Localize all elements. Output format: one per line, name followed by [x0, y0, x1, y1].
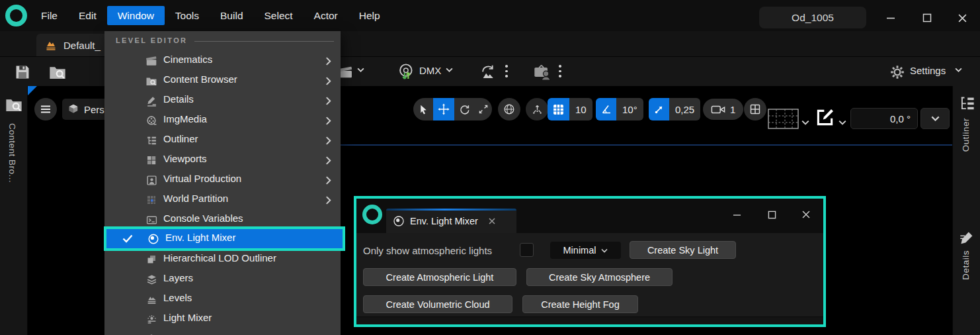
- content-browser-button[interactable]: [46, 62, 69, 82]
- menu-edit[interactable]: Edit: [68, 6, 107, 25]
- outliner-tree-icon: [145, 134, 158, 147]
- menu-item-layers[interactable]: Layers: [104, 269, 341, 289]
- content-browser-drawer-tab[interactable]: [5, 96, 23, 116]
- close-button[interactable]: [952, 9, 972, 26]
- edit-mode-button[interactable]: [815, 107, 835, 131]
- viewport-layout-button[interactable]: [744, 98, 766, 120]
- scale-snap-toggle[interactable]: [649, 98, 669, 120]
- menu-item-light-mixer[interactable]: Light Mixer: [104, 309, 341, 329]
- menu-actor[interactable]: Actor: [304, 6, 348, 25]
- dmx-button[interactable]: DMX: [419, 65, 441, 76]
- rotate-tool-button[interactable]: [454, 98, 475, 120]
- diagonal-arrow-icon: [653, 104, 665, 115]
- menu-item-imgmedia[interactable]: ImgMedia: [104, 111, 341, 130]
- outliner-icon: [958, 95, 975, 113]
- scale-icon: [478, 104, 489, 115]
- mixer-title-bar[interactable]: Env. Light Mixer: [356, 199, 823, 233]
- menu-item-hierarchical-lod-outliner[interactable]: Hierarchical LOD Outliner: [104, 250, 341, 269]
- viewport-options-button[interactable]: [34, 98, 57, 120]
- maximize-button[interactable]: [917, 9, 937, 26]
- mixer-minimize-button[interactable]: [727, 206, 747, 223]
- app-logo-icon: [5, 5, 27, 26]
- mixer-tab[interactable]: Env. Light Mixer: [386, 209, 516, 233]
- world-coordinate-button[interactable]: [498, 98, 520, 120]
- create-sky-light-button[interactable]: Create Sky Light: [630, 241, 736, 259]
- create-height-fog-button[interactable]: Create Height Fog: [522, 295, 638, 313]
- maximize-icon: [922, 13, 932, 23]
- stage-grid-chevron[interactable]: [801, 116, 809, 128]
- menu-item-virtual-production[interactable]: Virtual Production: [104, 170, 341, 190]
- mixer-tab-title: Env. Light Mixer: [410, 216, 478, 226]
- menu-item-partial[interactable]: [104, 329, 341, 335]
- save-button[interactable]: [12, 62, 33, 82]
- tab-close-button[interactable]: [489, 218, 495, 224]
- mixer-body: Only show atmospheric lights Minimal Cre…: [356, 233, 823, 316]
- menu-item-world-partition[interactable]: World Partition: [104, 190, 341, 210]
- grid-snap-control: 10: [548, 98, 592, 120]
- edit-mode-chevron[interactable]: [838, 116, 846, 128]
- menu-item-env-light-mixer[interactable]: Env. Light Mixer: [106, 229, 343, 248]
- menu-select[interactable]: Select: [254, 6, 304, 25]
- levels-mountain-icon: [145, 293, 158, 306]
- camera-speed-control[interactable]: 1: [703, 99, 743, 120]
- platforms-refresh-button[interactable]: [477, 62, 499, 82]
- dmx-chevron[interactable]: [446, 68, 453, 72]
- rotation-snap-value[interactable]: 10°: [616, 98, 643, 120]
- rotation-angle-field[interactable]: 0,0 °: [850, 108, 918, 129]
- right-sidebar: Outliner Details: [952, 86, 980, 335]
- movie-render-kebab-menu[interactable]: [559, 64, 561, 79]
- menu-file[interactable]: File: [30, 6, 68, 25]
- menu-item-levels[interactable]: Levels: [104, 289, 341, 309]
- level-tab[interactable]: Default_: [36, 34, 116, 56]
- only-show-atmospheric-lights-checkbox[interactable]: [520, 243, 534, 257]
- surface-snapping-button[interactable]: [526, 98, 548, 120]
- scale-snap-value[interactable]: 0,25: [669, 98, 700, 120]
- settings-button[interactable]: Settings: [910, 65, 946, 76]
- menu-item-content-browser[interactable]: Content Browser: [104, 71, 341, 91]
- menu-help[interactable]: Help: [348, 6, 391, 25]
- settings-chevron[interactable]: [955, 68, 962, 72]
- outliner-panel-label[interactable]: Outliner: [961, 118, 971, 152]
- layers-icon: [145, 273, 158, 286]
- minimize-icon: [733, 211, 741, 219]
- chevron-down-icon: [601, 248, 608, 253]
- cursor-icon: [418, 104, 429, 115]
- mixer-maximize-button[interactable]: [762, 206, 782, 223]
- cinematics-chevron[interactable]: [357, 68, 364, 72]
- content-browser-drawer-label[interactable]: Content Bro...: [7, 123, 17, 183]
- select-tool-button[interactable]: [413, 98, 433, 120]
- minimize-icon: [886, 13, 895, 23]
- chevron-down-icon: [801, 120, 809, 125]
- move-tool-button[interactable]: [433, 98, 454, 120]
- menu-item-cinematics[interactable]: Cinematics: [104, 51, 341, 71]
- menu-item-outliner[interactable]: Outliner: [104, 130, 341, 150]
- minimize-button[interactable]: [881, 9, 901, 26]
- menu-build[interactable]: Build: [210, 6, 253, 25]
- window-menu-dropdown: LEVEL EDITOR Cinematics Content Browser …: [104, 31, 341, 335]
- rotation-snap-toggle[interactable]: [596, 98, 616, 120]
- create-atmospheric-light-button[interactable]: Create Atmospheric Light: [363, 268, 516, 286]
- details-panel-tab[interactable]: [959, 229, 975, 248]
- cube-icon: [67, 103, 79, 115]
- outliner-panel-tab[interactable]: [958, 95, 975, 115]
- rotation-angle-dropdown[interactable]: [920, 108, 950, 129]
- stage-grid-selector[interactable]: [768, 109, 799, 132]
- kebab-icon: [505, 64, 508, 79]
- mixer-close-button[interactable]: [796, 206, 816, 223]
- grid-snap-toggle[interactable]: [548, 98, 569, 120]
- menu-tools[interactable]: Tools: [165, 6, 210, 25]
- menu-item-viewports[interactable]: Viewports: [104, 150, 341, 170]
- console-icon: [145, 213, 158, 226]
- create-sky-atmosphere-button[interactable]: Create Sky Atmosphere: [526, 268, 673, 286]
- platforms-kebab-menu[interactable]: [505, 64, 508, 79]
- create-volumetric-cloud-button[interactable]: Create Volumetric Cloud: [363, 295, 512, 313]
- detail-level-dropdown[interactable]: Minimal: [550, 242, 621, 259]
- hexagon-icon: [145, 332, 158, 335]
- scale-snap-control: 0,25: [649, 98, 700, 120]
- movie-render-button[interactable]: [532, 62, 554, 82]
- grid-snap-value[interactable]: 10: [569, 98, 592, 120]
- details-panel-label[interactable]: Details: [961, 250, 971, 280]
- menu-item-details[interactable]: Details: [104, 91, 341, 111]
- menu-window[interactable]: Window: [107, 6, 165, 25]
- person-frame-icon: [145, 173, 158, 187]
